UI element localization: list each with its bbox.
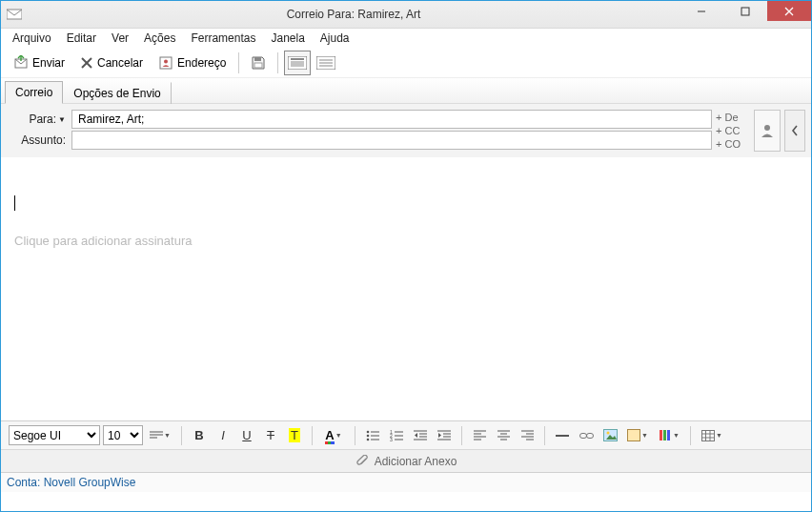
font-family-select[interactable]: Segoe UI	[9, 425, 100, 445]
add-from-button[interactable]: + De	[716, 111, 739, 124]
subject-row: Assunto:	[7, 131, 712, 150]
menu-actions[interactable]: Ações	[136, 30, 183, 47]
strikethrough-button[interactable]: T	[260, 425, 281, 446]
font-color-button[interactable]: A▼	[319, 425, 348, 446]
highlight-button[interactable]: T	[284, 425, 305, 446]
indent-icon	[437, 430, 451, 441]
font-size-select[interactable]: 10	[103, 425, 143, 445]
to-row: Para: ▼	[7, 110, 712, 129]
tab-send-options[interactable]: Opções de Envio	[63, 82, 171, 104]
menu-edit[interactable]: Editar	[59, 30, 104, 47]
background-color-button[interactable]: ▼	[623, 425, 652, 446]
menu-view[interactable]: Ver	[104, 30, 136, 47]
link-button[interactable]	[576, 425, 597, 446]
to-input[interactable]	[71, 110, 712, 129]
paperclip-icon	[355, 455, 369, 468]
bullet-list-button[interactable]	[362, 425, 383, 446]
outdent-button[interactable]	[410, 425, 431, 446]
format-toolbar: Segoe UI 10 ▼ B I U T T A▼ 123 ▼ ▼ ▼	[1, 420, 811, 449]
subject-input[interactable]	[71, 131, 712, 150]
svg-rect-62	[579, 433, 586, 438]
separator	[181, 426, 182, 445]
align-center-button[interactable]	[493, 425, 514, 446]
view-plain-button[interactable]	[313, 51, 339, 75]
svg-point-22	[764, 125, 770, 131]
message-header: Para: ▼ Assunto: + De + CC + CO	[1, 103, 811, 157]
svg-text:3: 3	[390, 437, 393, 441]
cancel-label: Cancelar	[97, 56, 143, 70]
separator	[544, 426, 545, 445]
indent-button[interactable]	[434, 425, 455, 446]
collapse-header-button[interactable]	[784, 110, 805, 152]
number-list-button[interactable]: 123	[386, 425, 407, 446]
svg-point-10	[164, 59, 168, 63]
svg-rect-70	[702, 430, 715, 440]
view-html-button[interactable]	[284, 51, 311, 75]
add-contact-button[interactable]	[754, 110, 781, 152]
menu-bar: Arquivo Editar Ver Ações Ferramentas Jan…	[1, 29, 811, 48]
app-icon	[7, 9, 22, 20]
send-button[interactable]: Enviar	[7, 51, 71, 74]
color-bar-icon	[325, 441, 335, 444]
svg-rect-26	[325, 441, 328, 444]
number-list-icon: 123	[390, 430, 403, 441]
signature-placeholder[interactable]: Clique para adicionar assinatura	[14, 234, 798, 248]
header-fields: Para: ▼ Assunto:	[7, 110, 712, 152]
view-html-icon	[288, 56, 307, 70]
status-bar: Conta: Novell GroupWise	[1, 472, 811, 492]
insert-image-button[interactable]	[599, 425, 620, 446]
align-right-button[interactable]	[517, 425, 538, 446]
effects-icon	[659, 429, 672, 441]
chevron-left-icon	[791, 125, 799, 136]
svg-point-65	[606, 432, 609, 435]
attachment-bar[interactable]: Adicionar Anexo	[1, 449, 811, 472]
send-icon	[13, 55, 29, 71]
add-recipient-buttons: + De + CC + CO	[716, 110, 750, 152]
account-value[interactable]: Novell GroupWise	[44, 476, 136, 489]
align-center-icon	[497, 430, 510, 440]
to-label[interactable]: Para: ▼	[7, 113, 71, 126]
add-cc-button[interactable]: + CC	[716, 124, 740, 137]
italic-button[interactable]: I	[213, 425, 233, 446]
main-toolbar: Enviar Cancelar Endereço	[1, 48, 811, 78]
text-effects-button[interactable]: ▼	[655, 425, 683, 446]
align-left-button[interactable]	[469, 425, 490, 446]
maximize-button[interactable]	[723, 1, 767, 21]
svg-rect-28	[331, 441, 335, 444]
attachment-label: Adicionar Anexo	[375, 455, 457, 468]
underline-button[interactable]: U	[236, 425, 257, 446]
menu-tools[interactable]: Ferramentas	[183, 30, 263, 47]
message-body[interactable]: Clique para adicionar assinatura	[1, 157, 811, 420]
svg-rect-66	[628, 430, 640, 441]
menu-help[interactable]: Ajuda	[313, 30, 357, 47]
image-icon	[603, 429, 618, 441]
hr-icon	[556, 434, 569, 438]
menu-window[interactable]: Janela	[263, 30, 312, 47]
align-right-icon	[521, 430, 534, 440]
separator	[461, 426, 462, 445]
bold-button[interactable]: B	[189, 425, 210, 446]
tab-mail[interactable]: Correio	[5, 81, 63, 104]
send-label: Enviar	[32, 56, 65, 70]
cancel-button[interactable]: Cancelar	[73, 52, 150, 73]
paragraph-style-button[interactable]: ▼	[146, 425, 174, 446]
insert-table-button[interactable]: ▼	[698, 425, 726, 446]
close-button[interactable]	[767, 1, 811, 21]
cancel-icon	[80, 56, 93, 70]
align-left-icon	[474, 430, 486, 440]
toolbar-separator	[277, 52, 278, 73]
outdent-icon	[414, 430, 427, 441]
add-bcc-button[interactable]: + CO	[716, 137, 741, 151]
minimize-button[interactable]	[680, 1, 723, 21]
horizontal-rule-button[interactable]	[552, 425, 573, 446]
svg-point-33	[367, 438, 370, 440]
svg-rect-69	[667, 430, 670, 440]
chevron-down-icon: ▼	[58, 115, 66, 124]
title-bar: Correio Para: Ramirez, Art	[1, 1, 811, 29]
menu-file[interactable]: Arquivo	[5, 30, 59, 47]
address-button[interactable]: Endereço	[152, 51, 233, 74]
bgcolor-icon	[627, 429, 640, 441]
link-icon	[579, 431, 594, 440]
svg-rect-12	[254, 63, 262, 68]
save-button[interactable]	[245, 51, 272, 75]
